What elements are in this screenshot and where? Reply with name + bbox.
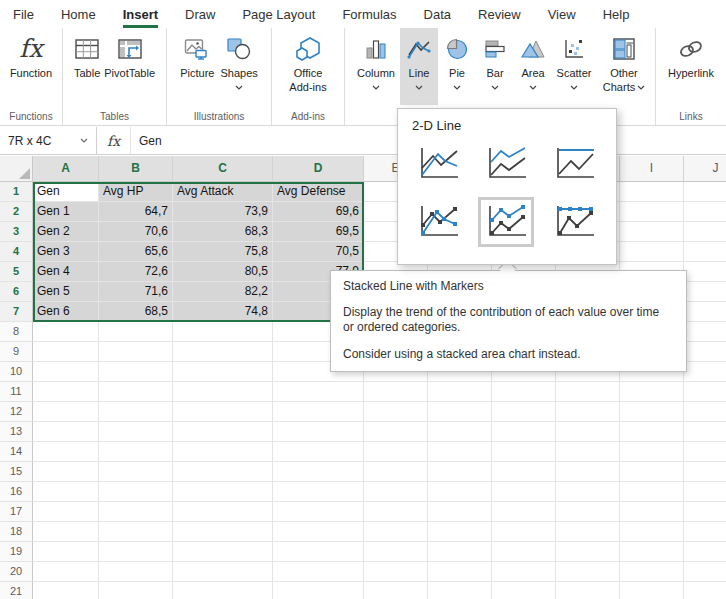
row-header[interactable]: 19 (0, 542, 33, 562)
tab-insert[interactable]: Insert (123, 0, 158, 28)
cell[interactable] (684, 362, 726, 382)
bar-chart-chevron-icon[interactable] (491, 83, 499, 91)
cell[interactable] (684, 482, 726, 502)
tab-file[interactable]: File (13, 0, 34, 28)
cell[interactable] (492, 502, 556, 522)
tab-home[interactable]: Home (61, 0, 96, 28)
cell[interactable] (620, 422, 684, 442)
cell[interactable] (364, 382, 428, 402)
column-header[interactable]: D (273, 156, 364, 182)
cell[interactable] (273, 382, 364, 402)
row-header[interactable]: 13 (0, 422, 33, 442)
cell[interactable] (428, 402, 492, 422)
row-header[interactable]: 5 (0, 262, 33, 282)
column-header[interactable]: I (620, 156, 684, 182)
cell[interactable] (556, 502, 620, 522)
cell[interactable] (428, 462, 492, 482)
cell[interactable] (364, 402, 428, 422)
cell[interactable] (620, 182, 684, 202)
cell[interactable] (364, 482, 428, 502)
row-header[interactable]: 6 (0, 282, 33, 302)
cell[interactable] (556, 402, 620, 422)
cell[interactable]: Gen (33, 182, 99, 202)
cell[interactable] (492, 402, 556, 422)
cell[interactable] (99, 422, 173, 442)
cell[interactable] (556, 562, 620, 582)
cell[interactable] (33, 462, 99, 482)
cell[interactable] (273, 522, 364, 542)
row-header[interactable]: 21 (0, 582, 33, 599)
cell[interactable]: Gen 3 (33, 242, 99, 262)
cell[interactable]: 69,6 (273, 202, 364, 222)
menu-item-line-with-markers[interactable] (410, 197, 466, 247)
tab-page-layout[interactable]: Page Layout (242, 0, 315, 28)
cell[interactable]: 71,6 (99, 282, 173, 302)
row-header[interactable]: 3 (0, 222, 33, 242)
menu-item-stacked-line[interactable] (478, 139, 534, 189)
cell[interactable]: 68,5 (99, 302, 173, 322)
cell[interactable] (684, 382, 726, 402)
cell[interactable] (273, 482, 364, 502)
cell[interactable] (428, 522, 492, 542)
cell[interactable]: 69,5 (273, 222, 364, 242)
cell[interactable]: 70,6 (99, 222, 173, 242)
column-header[interactable]: A (33, 156, 99, 182)
cell[interactable] (33, 382, 99, 402)
cell[interactable] (99, 542, 173, 562)
cell[interactable]: 64,7 (99, 202, 173, 222)
cell[interactable]: Gen 2 (33, 222, 99, 242)
cell[interactable] (173, 382, 273, 402)
cell[interactable] (428, 422, 492, 442)
cell[interactable] (428, 442, 492, 462)
cell[interactable] (684, 462, 726, 482)
picture-button[interactable]: Picture (180, 28, 214, 105)
cell[interactable] (428, 482, 492, 502)
tab-help[interactable]: Help (603, 0, 630, 28)
cell[interactable] (492, 422, 556, 442)
cell[interactable] (273, 502, 364, 522)
cell[interactable] (492, 382, 556, 402)
cell[interactable] (684, 282, 726, 302)
cell[interactable] (556, 382, 620, 402)
cell[interactable]: 82,2 (173, 282, 273, 302)
cell[interactable] (364, 542, 428, 562)
cell[interactable] (99, 562, 173, 582)
table-button[interactable]: Table (74, 28, 100, 105)
cell[interactable] (99, 582, 173, 599)
cell[interactable] (273, 422, 364, 442)
cell[interactable] (273, 542, 364, 562)
row-header[interactable]: 10 (0, 362, 33, 382)
cell[interactable] (173, 442, 273, 462)
area-chart-chevron-icon[interactable] (529, 83, 537, 91)
cell[interactable]: Avg HP (99, 182, 173, 202)
line-chart-button[interactable]: Line (400, 28, 438, 105)
cell[interactable] (684, 502, 726, 522)
cell[interactable] (492, 522, 556, 542)
cell[interactable] (620, 442, 684, 462)
cell[interactable] (33, 542, 99, 562)
row-header[interactable]: 17 (0, 502, 33, 522)
cell[interactable] (684, 262, 726, 282)
insert-function-button[interactable]: fx (97, 127, 131, 154)
cell[interactable] (273, 402, 364, 422)
pie-chart-button[interactable]: Pie (438, 28, 476, 105)
cell[interactable] (364, 522, 428, 542)
row-header[interactable]: 18 (0, 522, 33, 542)
pie-chart-chevron-icon[interactable] (453, 83, 461, 91)
office-addins-button[interactable]: Office Add-ins (289, 28, 326, 105)
menu-item-stacked-line-with-markers[interactable] (478, 197, 534, 247)
cell[interactable]: Gen 4 (33, 262, 99, 282)
cell[interactable]: 75,8 (173, 242, 273, 262)
cell[interactable]: 65,6 (99, 242, 173, 262)
cell[interactable] (428, 382, 492, 402)
column-chart-chevron-icon[interactable] (372, 83, 380, 91)
cell[interactable] (556, 522, 620, 542)
column-header[interactable]: J (684, 156, 726, 182)
area-chart-button[interactable]: Area (514, 28, 552, 105)
row-header[interactable]: 20 (0, 562, 33, 582)
cell[interactable] (684, 442, 726, 462)
cell[interactable] (99, 382, 173, 402)
cell[interactable] (684, 242, 726, 262)
column-header[interactable]: B (99, 156, 173, 182)
name-box-chevron-icon[interactable] (80, 137, 88, 145)
